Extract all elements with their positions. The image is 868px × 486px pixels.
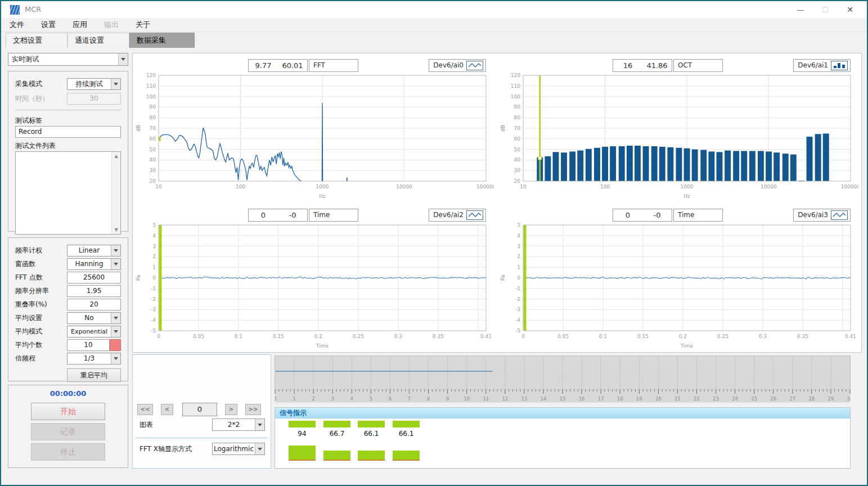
signal-level-bar — [393, 421, 420, 428]
elapsed-timer: 00:00:00 — [8, 388, 128, 400]
app-logo-icon — [10, 5, 20, 15]
overlap-input[interactable]: 20 — [67, 299, 121, 310]
scroll-up-icon[interactable]: ▲ — [112, 152, 120, 160]
signal-level-value: 94 — [289, 430, 316, 438]
signal-level-value: 66.1 — [358, 430, 385, 438]
test-file-list[interactable]: ▲ ▼ — [15, 151, 121, 235]
maximize-button[interactable]: ☐ — [813, 1, 838, 18]
svg-text:0.25: 0.25 — [717, 334, 728, 339]
fft-plot[interactable]: 2030405060708090100110120101001000100001… — [134, 72, 494, 200]
fft-channel-selector[interactable]: Dev6/ai0 — [429, 59, 486, 72]
tab-channel-settings[interactable]: 通道设置 — [68, 33, 129, 48]
svg-text:11: 11 — [483, 396, 489, 402]
test-mode-select[interactable]: 实时测试 — [8, 53, 128, 66]
average-setting-select[interactable]: No — [67, 312, 121, 324]
svg-text:20: 20 — [514, 178, 521, 184]
fft-xaxis-mode-select[interactable]: Logarithmic — [212, 443, 265, 455]
signal-level-bar — [289, 421, 316, 428]
acquisition-group: 采集模式 持续测试 时间（秒） 30 测试标签 Record 测试文件列表 ▲ … — [8, 71, 128, 232]
svg-text:90: 90 — [514, 104, 521, 110]
chart-layout-select[interactable]: 2*2 — [212, 418, 265, 431]
svg-text:100: 100 — [600, 184, 610, 190]
average-count-input[interactable]: 10 — [67, 339, 110, 351]
svg-text:10000: 10000 — [396, 184, 412, 190]
oct-channel-selector[interactable]: Dev6/ai1 — [793, 59, 851, 72]
signal-channel-4: 66.1 — [393, 418, 420, 468]
time-ai3-plot[interactable]: -5-4-3-2-101234500.050.10.150.20.250.30.… — [498, 222, 858, 350]
time-ai3-channel-selector[interactable]: Dev6/ai3 — [793, 209, 851, 222]
start-button[interactable]: 开始 — [31, 403, 105, 420]
restart-average-button[interactable]: 重启平均 — [67, 368, 121, 382]
svg-text:10: 10 — [155, 184, 162, 190]
svg-text:0.15: 0.15 — [273, 334, 284, 339]
charts-panel: 9.7760.01 FFT Dev6/ai0 20304050607080901… — [132, 53, 862, 353]
time-ai2-channel-selector[interactable]: Dev6/ai2 — [429, 209, 486, 222]
signal-channel-2: 66.7 — [323, 418, 350, 468]
average-mode-select[interactable]: Exponential — [67, 326, 121, 338]
menu-file[interactable]: 文件 — [1, 20, 33, 30]
svg-text:10: 10 — [520, 184, 527, 190]
menu-output: 输出 — [96, 20, 127, 30]
chevron-down-icon — [111, 353, 120, 364]
sidebar: 实时测试 采集模式 持续测试 时间（秒） 30 测试标签 Record 测试文件… — [8, 53, 128, 472]
oct-type-box[interactable]: OCT — [673, 59, 723, 72]
svg-text:8: 8 — [427, 396, 430, 402]
octave-band-select[interactable]: 1/3 — [67, 353, 121, 364]
window-function-select[interactable]: Hanning — [67, 258, 121, 270]
svg-text:0.05: 0.05 — [193, 334, 204, 339]
window-function-label: 窗函数 — [15, 259, 67, 269]
menu-settings[interactable]: 设置 — [33, 20, 64, 30]
chart-layout-label: 图表 — [140, 420, 153, 430]
chart-cell-time-ai2: 0-0 Time Dev6/ai2 -5-4-3-2-101234500.050… — [133, 203, 497, 353]
svg-text:80: 80 — [150, 115, 156, 120]
svg-text:-1: -1 — [151, 286, 156, 291]
svg-text:0: 0 — [275, 396, 277, 402]
signal-level-bar — [323, 421, 350, 428]
nav-first-button[interactable]: << — [137, 404, 153, 415]
average-setting-label: 平均设置 — [15, 313, 67, 323]
fft-type-box[interactable]: FFT — [309, 59, 358, 72]
tab-data-acquisition[interactable]: 数据采集 — [129, 33, 195, 48]
svg-text:120: 120 — [146, 73, 156, 78]
oct-plot[interactable]: 2030405060708090100110120101001000100001… — [498, 72, 858, 200]
record-timeline[interactable]: 0123456789101112131415161718192021222324… — [275, 356, 851, 404]
time-ai2-plot[interactable]: -5-4-3-2-101234500.050.10.150.20.250.30.… — [134, 222, 494, 350]
svg-text:25: 25 — [751, 396, 757, 402]
signal-channel-3: 66.1 — [358, 418, 385, 468]
chevron-down-icon — [255, 443, 264, 454]
svg-text:0.1: 0.1 — [235, 334, 242, 339]
page-index-box[interactable]: 0 — [182, 403, 217, 416]
tab-document-settings[interactable]: 文档设置 — [6, 33, 68, 48]
svg-text:0.25: 0.25 — [353, 334, 364, 339]
menu-about[interactable]: 关于 — [127, 20, 159, 30]
svg-text:100000: 100000 — [841, 184, 858, 190]
scrollbar[interactable]: ▲ ▼ — [111, 152, 120, 234]
acq-mode-select[interactable]: 持续测试 — [67, 78, 121, 90]
scroll-down-icon[interactable]: ▼ — [112, 226, 120, 234]
fft-points-input[interactable]: 25600 — [67, 272, 121, 284]
time-ai3-type-box[interactable]: Time — [673, 209, 723, 222]
signal-meter-bar — [358, 451, 385, 461]
minimize-button[interactable]: — — [788, 1, 813, 18]
nav-next-button[interactable]: > — [225, 404, 237, 415]
freq-weighting-select[interactable]: Linear — [67, 245, 121, 256]
chart-cell-time-ai3: 0-0 Time Dev6/ai3 -5-4-3-2-101234500.050… — [497, 203, 862, 353]
time-ai2-type-box[interactable]: Time — [309, 209, 358, 222]
line-chart-icon — [831, 210, 848, 220]
display-options-panel: << < 0 > >> 图表 2*2 FFT X轴显示方式 Logarithmi… — [132, 354, 271, 469]
svg-text:0.35: 0.35 — [797, 334, 808, 339]
menu-application[interactable]: 应用 — [64, 20, 96, 30]
svg-text:30: 30 — [847, 396, 851, 402]
nav-last-button[interactable]: >> — [245, 404, 261, 415]
svg-text:40: 40 — [514, 157, 521, 163]
svg-text:Time: Time — [680, 343, 693, 349]
test-tag-input[interactable]: Record — [15, 126, 121, 138]
svg-text:0.05: 0.05 — [557, 334, 569, 339]
svg-text:Time: Time — [316, 343, 329, 349]
svg-text:0: 0 — [152, 275, 156, 281]
freq-resolution-input[interactable]: 1.95 — [67, 285, 121, 297]
svg-text:4: 4 — [517, 233, 520, 238]
close-button[interactable]: ✕ — [838, 1, 862, 18]
nav-prev-button[interactable]: < — [161, 404, 173, 415]
svg-text:60: 60 — [150, 136, 156, 142]
